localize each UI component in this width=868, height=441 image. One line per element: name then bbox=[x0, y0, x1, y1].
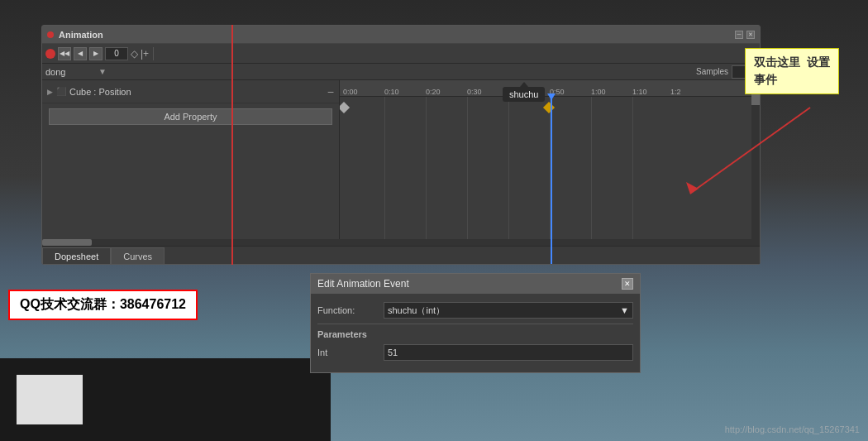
function-dropdown-arrow: ▼ bbox=[620, 305, 629, 315]
animation-panel: Animation ─ ✕ ◀◀ ◀ ▶ ◇ |+ dong ▼ Samples… bbox=[41, 25, 761, 265]
left-panel: ▶ ⬛ Cube : Position − Add Property bbox=[42, 80, 340, 264]
url-watermark: http://blog.csdn.net/qq_15267341 bbox=[725, 424, 860, 434]
timeline-area: ▶ ⬛ Cube : Position − Add Property 0:00 … bbox=[42, 80, 760, 264]
int-row: Int 51 bbox=[317, 343, 633, 362]
event-dialog-title: Edit Animation Event bbox=[317, 278, 409, 290]
tab-curves[interactable]: Curves bbox=[111, 247, 165, 264]
int-value-text: 51 bbox=[388, 348, 398, 357]
ruler-tick-020: 0:20 bbox=[426, 88, 441, 96]
clip-row: dong ▼ Samples 60 bbox=[42, 64, 760, 80]
property-name: Cube : Position bbox=[69, 87, 131, 97]
go-start-button[interactable]: ◀◀ bbox=[58, 47, 71, 60]
parameters-label: Parameters bbox=[317, 329, 633, 339]
ruler-tick-12: 1:2 bbox=[670, 88, 681, 96]
record-dot bbox=[47, 31, 54, 38]
white-box bbox=[17, 375, 83, 424]
int-label: Int bbox=[317, 348, 384, 357]
toolbar-row: ◀◀ ◀ ▶ ◇ |+ bbox=[42, 44, 760, 64]
bottom-tabs: Dopesheet Curves bbox=[42, 246, 760, 264]
callout-text: 双击这里 设置事件 bbox=[754, 54, 830, 89]
titlebar-controls: ─ ✕ bbox=[735, 31, 755, 39]
ruler-tick-030: 0:30 bbox=[467, 88, 482, 96]
property-row: ▶ ⬛ Cube : Position − bbox=[42, 80, 339, 103]
ruler-tick-010: 0:10 bbox=[384, 88, 399, 96]
event-dialog-close-button[interactable]: ✕ bbox=[622, 278, 633, 290]
function-value[interactable]: shuchu（int） ▼ bbox=[384, 302, 633, 319]
ruler-tick-110: 1:10 bbox=[632, 88, 647, 96]
svg-line-0 bbox=[694, 108, 810, 190]
qq-text: QQ技术交流群：386476712 bbox=[20, 297, 186, 311]
samples-label: Samples bbox=[696, 67, 728, 76]
event-divider bbox=[317, 324, 633, 324]
record-button[interactable] bbox=[45, 49, 55, 59]
minimize-button[interactable]: ─ bbox=[735, 31, 743, 39]
toolbar-separator bbox=[153, 47, 154, 60]
function-value-text: shuchu（int） bbox=[388, 304, 445, 317]
event-dialog: Edit Animation Event ✕ Function: shuchu（… bbox=[310, 273, 641, 373]
expand-arrow[interactable]: ▶ bbox=[47, 88, 53, 96]
prev-keyframe-button[interactable]: ◇ bbox=[131, 48, 138, 60]
clip-dropdown-arrow[interactable]: ▼ bbox=[98, 67, 107, 76]
time-input[interactable] bbox=[105, 47, 128, 60]
ruler-tick-000: 0:00 bbox=[343, 88, 358, 96]
keyframe-0[interactable] bbox=[340, 102, 350, 113]
close-button[interactable]: ✕ bbox=[746, 31, 755, 39]
red-playhead-line bbox=[231, 25, 233, 265]
property-icon: ⬛ bbox=[56, 87, 66, 96]
callout-box: 双击这里 设置事件 bbox=[745, 48, 839, 94]
playhead-handle[interactable] bbox=[547, 93, 556, 100]
shuchu-tooltip: shuchu bbox=[503, 87, 545, 102]
function-label: Function: bbox=[317, 305, 384, 315]
function-row: Function: shuchu（int） ▼ bbox=[317, 300, 633, 320]
tab-dopesheet[interactable]: Dopesheet bbox=[42, 247, 111, 264]
ruler-tick-100: 1:00 bbox=[591, 88, 606, 96]
scrollbar-thumb[interactable] bbox=[42, 239, 92, 246]
remove-property-button[interactable]: − bbox=[327, 85, 334, 98]
clip-name: dong bbox=[45, 67, 95, 77]
qq-box: QQ技术交流群：386476712 bbox=[8, 290, 198, 320]
timeline-scrollbar[interactable] bbox=[42, 239, 751, 246]
keyframe-event[interactable] bbox=[543, 102, 555, 113]
event-dialog-titlebar: Edit Animation Event ✕ bbox=[311, 274, 640, 294]
int-value[interactable]: 51 bbox=[384, 344, 633, 361]
prev-frame-button[interactable]: ◀ bbox=[74, 47, 87, 60]
add-keyframe-button[interactable]: |+ bbox=[141, 48, 149, 60]
svg-marker-1 bbox=[686, 182, 699, 194]
callout-arrow-svg bbox=[678, 99, 843, 207]
event-dialog-body: Function: shuchu（int） ▼ Parameters Int 5… bbox=[311, 294, 640, 372]
panel-title: Animation bbox=[59, 30, 103, 40]
add-property-button[interactable]: Add Property bbox=[49, 108, 332, 125]
next-frame-button[interactable]: ▶ bbox=[89, 47, 103, 60]
blue-playhead bbox=[551, 97, 552, 264]
panel-titlebar: Animation ─ ✕ bbox=[42, 26, 760, 44]
